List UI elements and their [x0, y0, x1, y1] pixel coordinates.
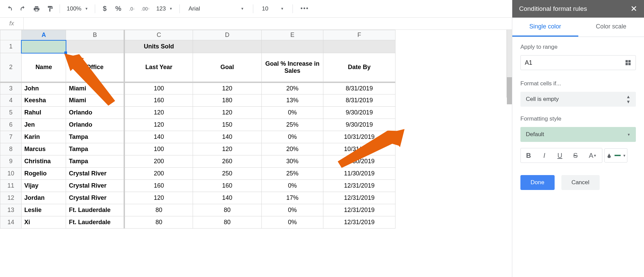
- style-preview-selector[interactable]: Default ▼: [520, 127, 636, 142]
- condition-selector[interactable]: Cell is empty ▲▼: [520, 92, 636, 107]
- cell[interactable]: Crystal River: [66, 192, 124, 204]
- decrease-decimal-button[interactable]: .0↓: [126, 3, 138, 15]
- number-format-selector[interactable]: 123 ▼: [153, 5, 176, 12]
- cell[interactable]: Vijay: [21, 180, 66, 192]
- cell[interactable]: Leslie: [21, 204, 66, 216]
- cell[interactable]: 25%: [261, 119, 323, 131]
- cell[interactable]: 0%: [261, 131, 323, 143]
- cell[interactable]: 160: [193, 180, 262, 192]
- bold-button[interactable]: B: [521, 148, 536, 163]
- cell[interactable]: 140: [124, 131, 193, 143]
- cell[interactable]: [66, 40, 124, 53]
- row-header[interactable]: 9: [0, 155, 22, 168]
- cell[interactable]: Last Year: [124, 53, 193, 82]
- cell[interactable]: 10/31/2019: [323, 131, 395, 143]
- cell[interactable]: 12/31/2019: [323, 180, 395, 192]
- text-color-button[interactable]: A ▼: [583, 148, 602, 163]
- cell[interactable]: 260: [193, 155, 262, 168]
- print-button[interactable]: [30, 3, 43, 15]
- cell[interactable]: 12/31/2019: [323, 216, 395, 229]
- cell[interactable]: 20%: [261, 143, 323, 155]
- percent-button[interactable]: %: [112, 3, 124, 15]
- row-header[interactable]: 7: [0, 131, 22, 143]
- cell[interactable]: 0%: [261, 180, 323, 192]
- row-header[interactable]: 13: [0, 204, 22, 216]
- cell[interactable]: 160: [124, 180, 193, 192]
- close-icon[interactable]: ✕: [630, 4, 637, 14]
- cell[interactable]: 140: [193, 131, 262, 143]
- cell[interactable]: Units Sold: [124, 40, 193, 53]
- vertical-scrollbar[interactable]: [507, 30, 512, 98]
- cell[interactable]: Tampa: [66, 131, 124, 143]
- cell[interactable]: Karin: [21, 131, 66, 143]
- cell[interactable]: 180: [193, 94, 262, 107]
- cell[interactable]: Orlando: [66, 119, 124, 131]
- cell[interactable]: 25%: [261, 168, 323, 180]
- cell[interactable]: 11/30/2019: [323, 168, 395, 180]
- cell[interactable]: Ft. Lauderdale: [66, 204, 124, 216]
- cell[interactable]: 140: [193, 192, 262, 204]
- cell[interactable]: 80: [124, 204, 193, 216]
- undo-button[interactable]: [3, 3, 16, 15]
- cell[interactable]: 120: [193, 107, 262, 119]
- row-header[interactable]: 3: [0, 82, 22, 94]
- cell[interactable]: Ft. Lauderdale: [66, 216, 124, 229]
- select-all-corner[interactable]: [0, 30, 22, 40]
- strike-button[interactable]: S: [567, 148, 583, 163]
- redo-button[interactable]: [17, 3, 29, 15]
- cell-a1[interactable]: [21, 40, 66, 53]
- cell[interactable]: 100: [124, 82, 193, 94]
- currency-button[interactable]: $: [99, 3, 111, 15]
- column-header-d[interactable]: D: [193, 30, 262, 40]
- cell[interactable]: 10/31/2019: [323, 143, 395, 155]
- row-header[interactable]: 8: [0, 143, 22, 155]
- cell[interactable]: 80: [193, 216, 262, 229]
- cell[interactable]: Miami: [66, 94, 124, 107]
- cell[interactable]: 120: [124, 107, 193, 119]
- zoom-selector[interactable]: 100% ▼: [63, 5, 91, 12]
- cell[interactable]: Tampa: [66, 155, 124, 168]
- row-header[interactable]: 2: [0, 53, 22, 82]
- font-selector[interactable]: Arial ▼: [183, 5, 250, 12]
- cell[interactable]: 80: [124, 216, 193, 229]
- row-header[interactable]: 1: [0, 40, 22, 53]
- column-header-f[interactable]: F: [323, 30, 395, 40]
- cell[interactable]: [193, 40, 262, 53]
- cell[interactable]: Goal: [193, 53, 262, 82]
- more-tools-button[interactable]: •••: [296, 5, 313, 12]
- range-input[interactable]: A1: [520, 55, 636, 70]
- cell[interactable]: 8/31/2019: [323, 82, 395, 94]
- fontsize-selector[interactable]: 10 ▼: [257, 5, 289, 12]
- cell[interactable]: Name: [21, 53, 66, 82]
- cell[interactable]: 17%: [261, 192, 323, 204]
- cell[interactable]: Christina: [21, 155, 66, 168]
- column-header-b[interactable]: B: [66, 30, 124, 40]
- fx-icon[interactable]: fx: [0, 18, 24, 29]
- cell[interactable]: 9/30/2019: [323, 107, 395, 119]
- italic-button[interactable]: I: [536, 148, 552, 163]
- cell[interactable]: Goal % Increase in Sales: [261, 53, 323, 82]
- cell[interactable]: 120: [124, 192, 193, 204]
- paint-format-button[interactable]: [44, 3, 56, 15]
- cell[interactable]: Jordan: [21, 192, 66, 204]
- cell[interactable]: 20%: [261, 82, 323, 94]
- cell[interactable]: 120: [124, 119, 193, 131]
- row-header[interactable]: 12: [0, 192, 22, 204]
- cell[interactable]: 30%: [261, 155, 323, 168]
- column-header-a[interactable]: A: [21, 30, 66, 40]
- row-header[interactable]: 14: [0, 216, 22, 229]
- cell[interactable]: Rahul: [21, 107, 66, 119]
- cell[interactable]: John: [21, 82, 66, 94]
- cell[interactable]: 120: [193, 143, 262, 155]
- cell[interactable]: [261, 40, 323, 53]
- row-header[interactable]: 6: [0, 119, 22, 131]
- cell[interactable]: 150: [193, 119, 262, 131]
- cell[interactable]: Crystal River: [66, 180, 124, 192]
- fill-color-button[interactable]: ▼: [604, 148, 627, 163]
- increase-decimal-button[interactable]: .00↑: [139, 3, 151, 15]
- cell[interactable]: Tampa: [66, 143, 124, 155]
- underline-button[interactable]: U: [552, 148, 567, 163]
- cell[interactable]: 9/30/2019: [323, 119, 395, 131]
- cancel-button[interactable]: Cancel: [561, 175, 600, 190]
- cell[interactable]: 80: [193, 204, 262, 216]
